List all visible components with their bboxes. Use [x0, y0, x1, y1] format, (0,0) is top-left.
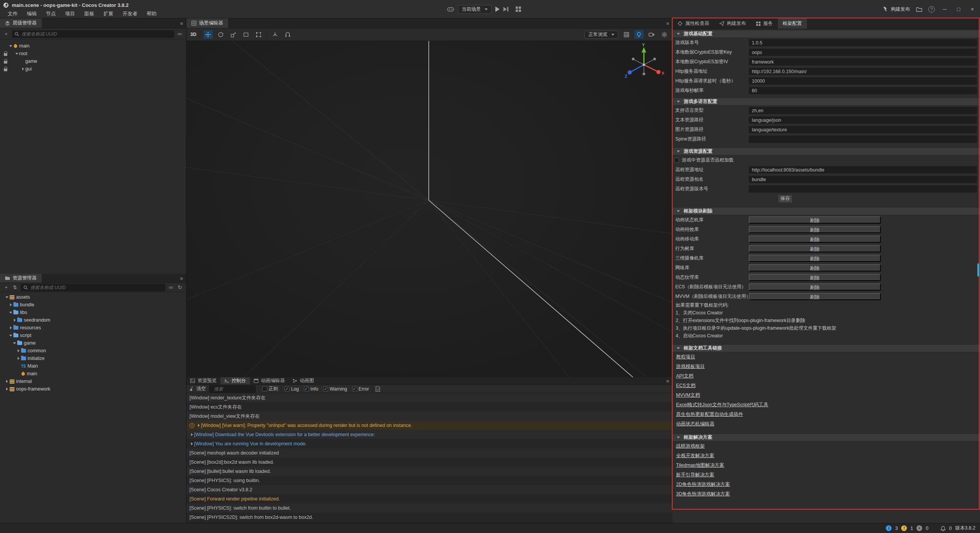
chevron-down-icon[interactable]: [8, 45, 13, 47]
menu-item-1[interactable]: 编辑: [22, 10, 41, 18]
log-row[interactable]: [Scene] [PHYSICS2D]: switch from box2d-w…: [186, 513, 673, 522]
chevron-down-icon[interactable]: [8, 312, 13, 314]
asset-node-bundle[interactable]: bundle: [0, 301, 186, 309]
menu-item-5[interactable]: 扩展: [99, 10, 118, 18]
refresh-icon[interactable]: ↻: [177, 284, 183, 291]
tab-asset-preview[interactable]: 资源预览: [186, 377, 220, 384]
build-publish-button[interactable]: 构建发布: [883, 6, 910, 13]
doc-link[interactable]: ECS文档: [676, 383, 696, 389]
asset-node-common[interactable]: common: [0, 347, 186, 355]
scene-viewport[interactable]: Y X Z: [186, 41, 673, 377]
scale-tool-icon[interactable]: [229, 30, 238, 39]
panel-menu-icon[interactable]: ≡: [666, 20, 669, 26]
section-solutions[interactable]: 框架解决方案: [673, 433, 980, 441]
ui-transform-tool-icon[interactable]: [254, 30, 263, 39]
panel-menu-icon[interactable]: ≡: [666, 378, 669, 384]
help-icon[interactable]: ?: [928, 6, 935, 13]
tab-hierarchy[interactable]: 层级管理器: [0, 18, 42, 28]
wireframe-icon[interactable]: [622, 30, 631, 39]
bell-icon[interactable]: [941, 526, 946, 531]
i18n-input[interactable]: [749, 126, 977, 133]
section-modules[interactable]: 框架模块剔除: [673, 207, 980, 215]
res-input[interactable]: [749, 185, 977, 193]
log-row[interactable]: [Window] You are running Vue in developm…: [186, 439, 673, 448]
remote-load-checkbox[interactable]: [674, 158, 679, 163]
warning-icon[interactable]: !: [901, 525, 907, 531]
menu-item-4[interactable]: 面板: [80, 10, 99, 18]
rect-tool-icon[interactable]: [242, 30, 251, 39]
log-row[interactable]: [Window] model_view文件夹存在: [186, 412, 673, 421]
log-row[interactable]: ![Window] [Vue warn]: Property "onInput"…: [186, 421, 673, 430]
res-input[interactable]: [749, 176, 977, 183]
remove-module-button[interactable]: 剔除: [749, 264, 881, 271]
asset-node-oops-framework[interactable]: oops-framework: [0, 385, 186, 393]
doc-link[interactable]: API文档: [676, 373, 693, 379]
chevron-down-icon[interactable]: [5, 296, 9, 298]
preview-target-icon[interactable]: [447, 7, 454, 12]
hierarchy-node-root[interactable]: root: [0, 50, 186, 57]
asset-node-script[interactable]: script: [0, 332, 186, 339]
tab-build-publish[interactable]: 构建发布: [714, 18, 751, 29]
log-row[interactable]: [Window] Download the Vue Devtools exten…: [186, 430, 673, 439]
hierarchy-node-main[interactable]: main: [0, 42, 186, 50]
solution-link[interactable]: 全栈开发解决方案: [676, 453, 714, 459]
axis-gizmo[interactable]: Y X Z: [624, 43, 666, 85]
camera-icon[interactable]: [647, 30, 656, 39]
add-asset-button[interactable]: +: [3, 284, 9, 291]
asset-node-initialize[interactable]: initialize: [0, 355, 186, 362]
solution-link[interactable]: 2D角色扮演游戏解决方案: [676, 481, 730, 488]
asset-node-main[interactable]: main: [0, 370, 186, 378]
asset-node-resources[interactable]: resources: [0, 324, 186, 332]
i18n-input[interactable]: [749, 107, 977, 114]
expand-icon[interactable]: [196, 424, 201, 427]
res-input[interactable]: [749, 166, 977, 173]
section-i18n[interactable]: 游戏多语言配置: [673, 98, 980, 106]
tab-scene-editor[interactable]: 场景编辑器: [186, 18, 228, 28]
solution-link[interactable]: 新手引导解决方案: [676, 472, 714, 478]
menu-item-2[interactable]: 节点: [41, 10, 60, 18]
save-button[interactable]: 保存: [778, 195, 792, 203]
tab-console[interactable]: 控制台: [220, 377, 250, 384]
minimize-button[interactable]: ─: [941, 6, 949, 12]
doc-link[interactable]: MVVM文档: [676, 392, 700, 399]
log-row[interactable]: [Scene] [PHYSICS]: using builtin.: [186, 476, 673, 485]
log-row[interactable]: [Scene] meshopt wasm decoder initialized: [186, 448, 673, 458]
tab-animation-editor[interactable]: 动画编辑器: [250, 377, 289, 384]
tab-assets[interactable]: 资源管理器: [0, 274, 42, 283]
sort-icon[interactable]: ⇅: [12, 284, 18, 291]
basic-input[interactable]: [749, 49, 977, 56]
close-button[interactable]: ×: [969, 6, 976, 12]
tab-service[interactable]: 服务: [751, 18, 778, 29]
hierarchy-node-gui[interactable]: gui: [0, 65, 186, 73]
remove-module-button[interactable]: 剔除: [749, 245, 881, 252]
asset-node-game[interactable]: game: [0, 339, 186, 347]
remove-module-button[interactable]: 剔除: [749, 235, 881, 243]
menu-item-0[interactable]: 文件: [3, 10, 22, 18]
remove-module-button[interactable]: 剔除: [749, 255, 881, 262]
asset-node-seedrandom[interactable]: seedrandom: [0, 316, 186, 324]
expand-icon[interactable]: [189, 442, 194, 445]
filter-warning[interactable]: ✓Warning: [323, 386, 347, 392]
add-node-button[interactable]: +: [3, 31, 9, 38]
hierarchy-node-game[interactable]: game: [0, 57, 186, 65]
maximize-button[interactable]: □: [955, 6, 962, 12]
light-toggle-icon[interactable]: [634, 30, 644, 39]
solution-link[interactable]: Tiledmap地图解决方案: [676, 462, 724, 469]
remove-module-button[interactable]: 剔除: [749, 216, 881, 224]
filter-log[interactable]: ✓Log: [284, 386, 299, 392]
i18n-input[interactable]: [749, 116, 977, 124]
snap-settings-icon[interactable]: [283, 30, 292, 39]
chevron-right-icon[interactable]: [8, 303, 13, 306]
chevron-down-icon[interactable]: [12, 342, 17, 344]
hierarchy-search[interactable]: [12, 30, 174, 38]
basic-input[interactable]: [749, 77, 977, 85]
doc-link[interactable]: 游戏模板项目: [676, 363, 705, 370]
hierarchy-search-input[interactable]: [21, 31, 172, 37]
filter-info[interactable]: ✓Info: [304, 386, 318, 392]
step-button[interactable]: [503, 7, 508, 11]
scene-select-dropdown[interactable]: 当前场景: [458, 5, 492, 14]
asset-node-Main[interactable]: TSMain: [0, 362, 186, 370]
assets-search[interactable]: [21, 284, 165, 291]
tab-inspector[interactable]: 属性检查器: [673, 18, 714, 29]
mode-3d-button[interactable]: 3D: [190, 32, 196, 37]
